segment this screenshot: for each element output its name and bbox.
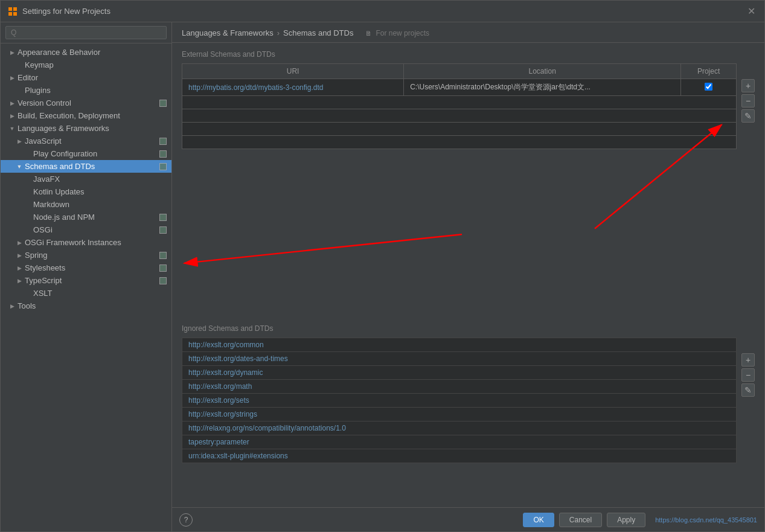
svg-rect-1: [13, 7, 17, 11]
breadcrumb-separator: ›: [277, 28, 280, 37]
search-box: [1, 22, 171, 43]
ignored-action-buttons: + − ✎: [741, 353, 755, 397]
svg-line-6: [184, 234, 462, 263]
watermark-text: https://blog.csdn.net/qq_43545801: [655, 516, 757, 524]
tree-arrow-version-control: ▶: [8, 99, 16, 107]
table-row[interactable]: http://mybatis.org/dtd/mybatis-3-config.…: [182, 79, 737, 96]
ignored-url-cell: urn:idea:xslt-plugin#extensions: [182, 449, 737, 463]
search-input[interactable]: [5, 26, 167, 39]
sidebar-item-play-config[interactable]: Play Configuration: [1, 147, 171, 160]
sidebar-item-build[interactable]: ▶Build, Execution, Deployment: [1, 109, 171, 122]
tree-arrow-kotlin: [24, 188, 32, 196]
tree-label-play-config: Play Configuration: [33, 149, 157, 158]
sidebar-item-schemas-dtds[interactable]: ▼Schemas and DTDs: [1, 160, 171, 173]
breadcrumb-tag: For new projects: [376, 29, 429, 37]
table-row-empty: [182, 136, 737, 149]
ignored-remove-button[interactable]: −: [741, 368, 755, 382]
tree-arrow-typescript: ▶: [15, 277, 24, 285]
external-uri-cell: http://mybatis.org/dtd/mybatis-3-config.…: [182, 79, 404, 96]
sidebar-item-stylesheets[interactable]: ▶Stylesheets: [1, 261, 171, 274]
tree-arrow-javascript: ▶: [15, 137, 24, 146]
list-item[interactable]: tapestry:parameter: [182, 435, 737, 449]
app-icon: [8, 7, 18, 16]
sidebar-item-plugins[interactable]: Plugins: [1, 84, 171, 97]
sidebar-item-version-control[interactable]: ▶Version Control: [1, 97, 171, 109]
sidebar-item-keymap[interactable]: Keymap: [1, 59, 171, 71]
sidebar-item-javafx[interactable]: JavaFX: [1, 173, 171, 185]
sidebar-item-spring[interactable]: ▶Spring: [1, 249, 171, 261]
tree-badge-osgi: [159, 226, 167, 234]
external-schemas-table: URI Location Project http://mybatis.org/…: [182, 63, 737, 149]
sidebar-item-languages[interactable]: ▼Languages & Frameworks: [1, 122, 171, 135]
list-item[interactable]: http://exslt.org/math: [182, 380, 737, 394]
sidebar-item-markdown[interactable]: Markdown: [1, 198, 171, 211]
breadcrumb-part2: Schemas and DTDs: [283, 28, 353, 37]
cancel-button[interactable]: Cancel: [559, 513, 602, 527]
tree-badge-typescript: [159, 277, 167, 284]
external-edit-button[interactable]: ✎: [741, 109, 755, 123]
tree-badge-stylesheets: [159, 264, 167, 272]
tree-badge-spring: [159, 252, 167, 259]
location-column-header: Location: [404, 64, 681, 79]
titlebar: Settings for New Projects ✕: [1, 1, 764, 22]
list-item[interactable]: http://exslt.org/sets: [182, 394, 737, 408]
tree-arrow-appearance: ▶: [8, 48, 16, 57]
ignored-add-button[interactable]: +: [741, 353, 755, 367]
external-schemas-section: External Schemas and DTDs URI Location P…: [182, 50, 755, 161]
sidebar-item-osgi[interactable]: OSGi: [1, 223, 171, 236]
list-item[interactable]: http://exslt.org/dynamic: [182, 366, 737, 380]
tree-label-version-control: Version Control: [18, 98, 157, 107]
tree-label-appearance: Appearance & Behavior: [18, 48, 167, 57]
list-item[interactable]: urn:idea:xslt-plugin#extensions: [182, 449, 737, 463]
sidebar-item-javascript[interactable]: ▶JavaScript: [1, 135, 171, 147]
external-location-cell: C:\Users\Administrator\Desktop\尚学堂资源jar包…: [404, 79, 681, 96]
main-header: Languages & Frameworks › Schemas and DTD…: [172, 22, 764, 43]
tree-label-spring: Spring: [25, 251, 157, 260]
ignored-url-cell: http://exslt.org/sets: [182, 394, 737, 408]
main-body: External Schemas and DTDs URI Location P…: [172, 43, 764, 507]
window-title: Settings for New Projects: [22, 7, 110, 16]
sidebar-item-typescript[interactable]: ▶TypeScript: [1, 274, 171, 287]
breadcrumb: Languages & Frameworks › Schemas and DTD…: [182, 28, 429, 37]
ok-button[interactable]: OK: [523, 513, 554, 527]
tree-label-stylesheets: Stylesheets: [25, 263, 157, 272]
bottom-bar: ? OK Cancel Apply https://blog.csdn.net/…: [172, 507, 764, 531]
sidebar-item-appearance[interactable]: ▶Appearance & Behavior: [1, 46, 171, 59]
list-item[interactable]: http://exslt.org/common: [182, 338, 737, 352]
sidebar-item-xslt[interactable]: XSLT: [1, 287, 171, 300]
sidebar-item-editor[interactable]: ▶Editor: [1, 71, 171, 84]
external-remove-button[interactable]: −: [741, 94, 755, 107]
tree-badge-schemas-dtds: [159, 163, 167, 170]
ignored-section-title: Ignored Schemas and DTDs: [182, 324, 755, 333]
svg-rect-3: [13, 12, 17, 16]
tree-label-nodejs: Node.js and NPM: [33, 213, 157, 222]
sidebar-item-kotlin[interactable]: Kotlin Updates: [1, 185, 171, 198]
close-button[interactable]: ✕: [745, 5, 757, 18]
project-checkbox[interactable]: [705, 83, 712, 91]
ignored-url-cell: http://exslt.org/dates-and-times: [182, 352, 737, 366]
external-section-title: External Schemas and DTDs: [182, 50, 755, 59]
ignored-url-cell: http://exslt.org/strings: [182, 408, 737, 421]
apply-button[interactable]: Apply: [607, 513, 645, 527]
tree-label-schemas-dtds: Schemas and DTDs: [25, 162, 157, 171]
list-item[interactable]: http://exslt.org/dates-and-times: [182, 352, 737, 366]
breadcrumb-tag-icon: 🗎: [365, 30, 372, 37]
external-add-button[interactable]: +: [741, 79, 755, 92]
ignored-edit-button[interactable]: ✎: [741, 383, 755, 397]
project-column-header: Project: [681, 64, 737, 79]
tree-label-javafx: JavaFX: [33, 175, 167, 184]
list-item[interactable]: http://exslt.org/strings: [182, 408, 737, 421]
external-project-cell[interactable]: [681, 79, 737, 96]
sidebar-item-osgi-fw[interactable]: ▶OSGi Framework Instances: [1, 236, 171, 249]
sidebar-item-nodejs[interactable]: Node.js and NPM: [1, 211, 171, 223]
tree-arrow-markdown: [24, 200, 32, 209]
help-button[interactable]: ?: [179, 513, 193, 527]
list-item[interactable]: http://relaxng.org/ns/compatibility/anno…: [182, 421, 737, 435]
settings-window: Settings for New Projects ✕ ▶Appearance …: [0, 0, 765, 532]
tree-arrow-play-config: [24, 150, 32, 158]
ignored-url-cell: tapestry:parameter: [182, 435, 737, 449]
tree-arrow-stylesheets: ▶: [15, 264, 24, 272]
tree-arrow-schemas-dtds: ▼: [15, 162, 24, 171]
uri-column-header: URI: [182, 64, 404, 79]
sidebar-item-tools[interactable]: ▶Tools: [1, 300, 171, 312]
